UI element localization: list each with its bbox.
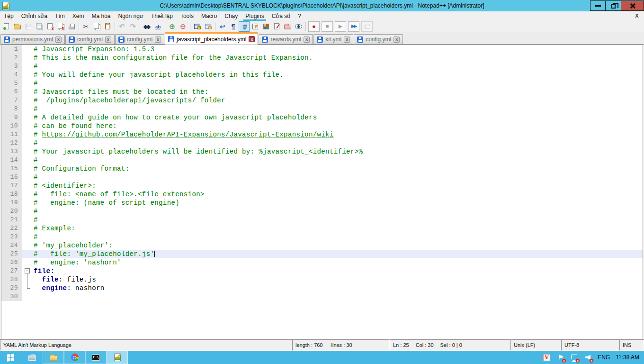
undo-icon[interactable]: ↶ <box>116 21 127 32</box>
code-text[interactable]: # You will define your javascript placeh… <box>33 71 643 79</box>
zoom-in-icon[interactable]: ⊕ <box>167 21 178 32</box>
url-link[interactable]: https://github.com/PlaceholderAPI-Expans… <box>42 131 334 138</box>
sync-vertical-scrolling-icon[interactable] <box>192 21 203 32</box>
menu-item-tools[interactable]: Tools <box>177 11 197 21</box>
tab-config-yml-6[interactable]: config.ymlx <box>354 34 403 44</box>
file-explorer-button[interactable] <box>43 351 64 364</box>
save-all-icon[interactable] <box>34 21 45 32</box>
code-text[interactable]: # can be found here: <box>33 122 643 130</box>
folder-as-workspace-icon[interactable] <box>282 21 293 32</box>
menu-item-mã-hóa[interactable]: Mã hóa <box>88 11 114 21</box>
paste-icon[interactable] <box>102 21 113 32</box>
tab-javascript_placeholders-yml-3[interactable]: javascript_placeholders.ymlx <box>165 32 258 45</box>
network-status-icon[interactable]: x <box>570 354 578 362</box>
fold-margin[interactable] <box>22 267 33 275</box>
start-button-button[interactable] <box>0 351 21 364</box>
macro-run-multiple-icon[interactable]: ▶▶ <box>348 21 359 32</box>
tab-config-yml-2[interactable]: config.ymlx <box>115 34 164 44</box>
menu-item-plugins[interactable]: Plugins <box>242 11 268 21</box>
code-text[interactable]: # <box>33 216 643 224</box>
code-text[interactable]: # https://github.com/PlaceholderAPI-Expa… <box>33 130 643 139</box>
find-icon[interactable] <box>142 21 152 32</box>
code-text[interactable]: engine: nashorn <box>33 284 643 292</box>
replace-icon[interactable]: ab <box>152 21 163 32</box>
fold-collapse-icon[interactable] <box>25 268 30 273</box>
tab-rewards-yml-4[interactable]: rewards.ymlx <box>259 34 313 44</box>
code-text[interactable]: # /plugins/placeholderapi/javascripts/ f… <box>33 96 643 105</box>
tab-close-icon[interactable]: x <box>155 36 161 43</box>
macro-record-icon[interactable]: ● <box>308 21 320 32</box>
tab-config-yml-1[interactable]: config.ymlx <box>65 34 115 44</box>
show-indent-guide-icon[interactable] <box>239 21 250 32</box>
menu-item-chỉnh-sửa[interactable]: Chỉnh sửa <box>18 11 51 21</box>
menu-item-thiết-lập[interactable]: Thiết lập <box>147 11 177 21</box>
menu-item-tệp[interactable]: Tệp <box>0 11 18 21</box>
code-text[interactable]: # Javascript files must be located in th… <box>33 88 643 96</box>
code-text[interactable]: # <box>33 62 643 71</box>
code-text[interactable]: # <box>33 233 643 241</box>
close-file-icon[interactable] <box>45 21 55 32</box>
menu-item-chạy[interactable]: Chạy <box>221 11 242 21</box>
code-text[interactable] <box>33 292 643 301</box>
code-text[interactable]: file: file.js <box>33 275 643 284</box>
tab-close-icon[interactable]: x <box>304 36 310 43</box>
code-text[interactable]: # file: 'my_placeholder.js' <box>33 250 643 258</box>
document-switcher-icon[interactable] <box>260 21 271 32</box>
close-all-icon[interactable] <box>55 21 66 32</box>
word-wrap-icon[interactable]: ↩ <box>217 21 228 32</box>
command-prompt-button[interactable]: C:\ <box>85 351 107 364</box>
menu-item-tìm[interactable]: Tìm <box>51 11 69 21</box>
notepad-plus-plus-button[interactable] <box>107 351 128 364</box>
save-icon[interactable] <box>23 21 34 32</box>
language-indicator[interactable]: ENG <box>598 354 610 361</box>
tab-close-icon[interactable]: x <box>344 36 350 43</box>
tab-kit-yml-5[interactable]: kit.ymlx <box>313 34 353 44</box>
macro-playback-icon[interactable]: ▶ <box>335 21 346 32</box>
code-text[interactable]: # A detailed guide on how to create your… <box>33 113 643 122</box>
notepad-plus-plus-icon[interactable] <box>2 2 9 10</box>
macro-stop-icon[interactable]: ■ <box>322 21 333 32</box>
chrome-button[interactable] <box>64 351 85 364</box>
code-text[interactable]: file: <box>33 267 643 275</box>
menu-item-cửa-sổ[interactable]: Cửa sổ <box>268 11 294 21</box>
redo-icon[interactable]: ↷ <box>127 21 138 32</box>
code-text[interactable]: # Javascript Expansion: 1.5.3 <box>33 45 643 54</box>
tab-close-icon[interactable]: x <box>249 36 255 42</box>
code-text[interactable]: # Configuration format: <box>33 164 643 173</box>
tab-close-icon[interactable]: x <box>394 36 400 43</box>
volume-icon[interactable]: x <box>584 354 592 362</box>
code-text[interactable]: # engine: (name of script engine) <box>33 199 643 207</box>
code-text[interactable]: # 'my_placeholder': <box>33 241 643 250</box>
code-text[interactable]: # <identifier>: <box>33 182 643 190</box>
cut-icon[interactable]: ✂ <box>80 21 91 32</box>
document-map-icon[interactable] <box>250 21 260 32</box>
print-icon[interactable] <box>66 21 77 32</box>
menu-item-?[interactable]: ? <box>294 11 305 21</box>
macro-save-icon[interactable] <box>361 21 373 32</box>
zoom-out-icon[interactable]: ⊖ <box>178 21 188 32</box>
sync-horizontal-scrolling-icon[interactable] <box>203 21 214 32</box>
text-editor[interactable]: 1# Javascript Expansion: 1.5.32# This is… <box>1 45 643 339</box>
code-text[interactable]: # <box>33 139 643 147</box>
restore-button[interactable] <box>606 0 621 11</box>
taskbar-clock[interactable]: 11:38 AM <box>616 354 639 361</box>
tab-close-icon[interactable]: x <box>105 36 111 43</box>
menu-item-macro[interactable]: Macro <box>197 11 221 21</box>
v-app-icon[interactable]: V <box>543 354 551 362</box>
file-monitoring-icon[interactable] <box>293 21 304 32</box>
close-document-x[interactable]: X <box>634 12 640 19</box>
code-text[interactable]: # Example: <box>33 224 643 233</box>
function-list-icon[interactable] <box>271 21 282 32</box>
code-text[interactable]: # <box>33 173 643 182</box>
code-text[interactable]: # engine: 'nashorn' <box>33 258 643 267</box>
action-center-flag-icon[interactable]: ⚑x <box>556 354 564 362</box>
code-text[interactable]: # <box>33 79 643 88</box>
menu-item-ngôn-ngữ[interactable]: Ngôn ngữ <box>114 11 147 21</box>
code-text[interactable]: # This is the main configuration file fo… <box>33 54 643 62</box>
code-text[interactable]: # <box>33 207 643 216</box>
code-text[interactable]: # <box>33 105 643 113</box>
open-file-icon[interactable] <box>12 21 23 32</box>
minimize-button[interactable] <box>590 0 606 11</box>
tab-permissions-yml-0[interactable]: permissions.ymlx <box>0 34 65 44</box>
copy-icon[interactable] <box>91 21 102 32</box>
